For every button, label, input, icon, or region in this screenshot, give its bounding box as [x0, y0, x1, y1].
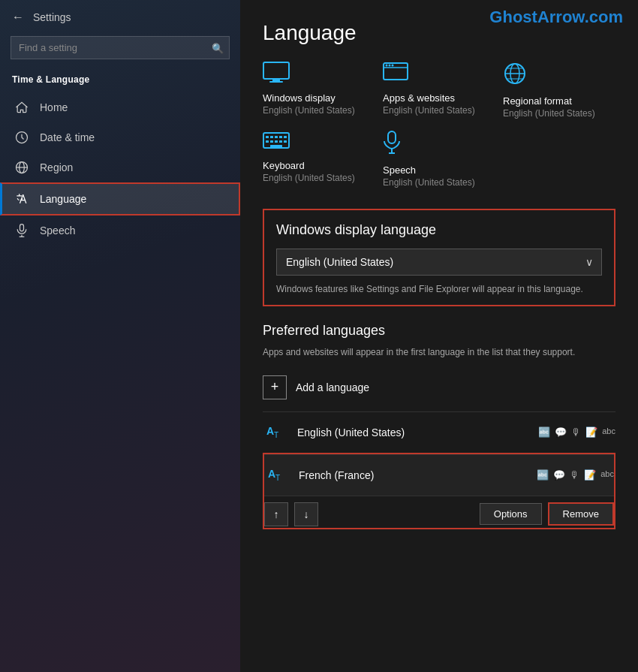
svg-rect-4 — [20, 225, 24, 231]
plus-icon: + — [263, 375, 287, 399]
cap-icon-2: 💬 — [555, 426, 567, 438]
svg-rect-31 — [270, 145, 282, 147]
keyboard-sub: English (United States) — [263, 173, 375, 183]
globe-icon — [503, 62, 615, 91]
svg-rect-22 — [270, 136, 273, 138]
windows-display-sub: English (United States) — [263, 105, 375, 116]
svg-rect-32 — [388, 131, 396, 143]
sidebar-item-date-time-label: Date & time — [40, 131, 95, 143]
sidebar-item-language-label: Language — [40, 193, 86, 205]
clock-icon — [14, 130, 29, 145]
language-name-french: French (France) — [299, 469, 537, 481]
move-down-button[interactable]: ↓ — [294, 502, 318, 526]
icon-cell-apps: Apps & websites English (United States) — [383, 62, 495, 119]
svg-text:A: A — [266, 425, 274, 437]
add-language-button[interactable]: + Add a language — [263, 369, 369, 405]
speech-sub: English (United States) — [383, 177, 495, 188]
sidebar-item-speech[interactable]: Speech — [0, 215, 240, 246]
home-icon — [14, 100, 29, 115]
language-bottom-controls: ↑ ↓ Options Remove — [264, 496, 614, 528]
keyboard-label: Keyboard — [263, 160, 375, 171]
fr-cap-icon-4: 📝 — [584, 469, 596, 481]
section-label: Time & Language — [0, 70, 240, 92]
display-language-note: Windows features like Settings and File … — [276, 283, 602, 296]
move-up-button[interactable]: ↑ — [264, 502, 288, 526]
svg-rect-7 — [263, 62, 289, 79]
region-icon — [14, 160, 29, 175]
apps-sub: English (United States) — [383, 105, 495, 116]
speech-label: Speech — [383, 164, 495, 176]
sidebar-title: Settings — [33, 11, 71, 23]
fr-cap-icon-2: 💬 — [553, 469, 565, 481]
options-button[interactable]: Options — [480, 503, 542, 525]
svg-text:T: T — [275, 474, 280, 482]
icon-cell-windows-display: Windows display English (United States) — [263, 62, 375, 119]
svg-point-12 — [386, 65, 388, 67]
sidebar-item-home[interactable]: Home — [0, 92, 240, 122]
language-caps-french: 🔤 💬 🎙 📝 abc — [537, 469, 614, 481]
svg-rect-30 — [284, 140, 287, 143]
sidebar-item-region[interactable]: Region — [0, 152, 240, 182]
svg-rect-21 — [266, 136, 269, 138]
svg-text:A: A — [268, 468, 275, 480]
fr-cap-text: abc — [600, 469, 614, 481]
language-caps-english: 🔤 💬 🎙 📝 abc — [538, 426, 615, 438]
language-dropdown[interactable]: English (United States) — [276, 249, 602, 276]
add-language-label: Add a language — [296, 381, 369, 393]
apps-label: Apps & websites — [383, 92, 495, 104]
language-name-english: English (United States) — [297, 426, 538, 438]
windows-display-language-heading: Windows display language — [276, 222, 602, 238]
svg-point-14 — [392, 65, 394, 67]
language-row-french: A T French (France) 🔤 💬 🎙 📝 abc — [264, 454, 614, 496]
svg-rect-24 — [279, 136, 282, 138]
sidebar-item-region-label: Region — [40, 161, 73, 173]
keyboard-icon — [263, 131, 375, 155]
regional-label: Regional format — [503, 95, 615, 107]
search-icon: 🔍 — [212, 42, 224, 53]
windows-display-label: Windows display — [263, 92, 375, 104]
language-icon-english: A T — [263, 420, 288, 445]
language-dropdown-wrapper: English (United States) ∨ — [276, 249, 602, 276]
svg-rect-25 — [284, 136, 287, 138]
sidebar-item-language[interactable]: Language — [0, 182, 240, 215]
svg-rect-29 — [279, 140, 282, 143]
cap-icon-1: 🔤 — [538, 426, 550, 438]
regional-sub: English (United States) — [503, 108, 615, 119]
sidebar-item-date-time[interactable]: Date & time — [0, 122, 240, 152]
svg-rect-8 — [272, 79, 280, 81]
language-icon-french: A T — [264, 463, 290, 488]
search-input[interactable] — [11, 36, 230, 59]
preferred-languages-heading: Preferred languages — [263, 323, 615, 339]
fr-cap-icon-3: 🎙 — [570, 469, 579, 481]
icon-cell-keyboard: Keyboard English (United States) — [263, 131, 375, 188]
back-button[interactable]: ← — [12, 11, 24, 24]
svg-rect-28 — [275, 140, 278, 143]
svg-rect-23 — [275, 136, 278, 138]
cap-text: abc — [602, 426, 615, 438]
windows-display-language-section: Windows display language English (United… — [263, 209, 615, 306]
cap-icon-4: 📝 — [585, 426, 597, 438]
microphone-icon — [14, 223, 29, 238]
icon-cell-regional: Regional format English (United States) — [503, 62, 615, 119]
page-title: Language — [263, 21, 615, 45]
preferred-languages-note: Apps and websites will appear in the fir… — [263, 346, 615, 359]
fr-cap-icon-1: 🔤 — [537, 469, 549, 481]
remove-button[interactable]: Remove — [548, 502, 614, 526]
icon-grid: Windows display English (United States) … — [263, 62, 615, 188]
cap-icon-3: 🎙 — [571, 426, 581, 438]
language-icon — [14, 191, 29, 206]
sidebar-item-speech-label: Speech — [40, 225, 75, 237]
search-box: 🔍 — [11, 36, 230, 59]
language-row-english: A T English (United States) 🔤 💬 🎙 📝 abc — [263, 411, 615, 453]
svg-text:T: T — [274, 431, 278, 439]
main-content: GhostArrow.com Language Windows display … — [240, 0, 638, 672]
svg-rect-9 — [269, 81, 283, 83]
svg-point-13 — [389, 65, 391, 67]
apps-icon — [383, 62, 495, 88]
icon-cell-speech: Speech English (United States) — [383, 131, 495, 188]
speech-icon — [383, 131, 495, 160]
svg-rect-27 — [270, 140, 273, 143]
monitor-icon — [263, 62, 375, 88]
svg-rect-26 — [266, 140, 269, 143]
language-row-french-wrapper: A T French (France) 🔤 💬 🎙 📝 abc ↑ ↓ Opti… — [263, 453, 615, 529]
